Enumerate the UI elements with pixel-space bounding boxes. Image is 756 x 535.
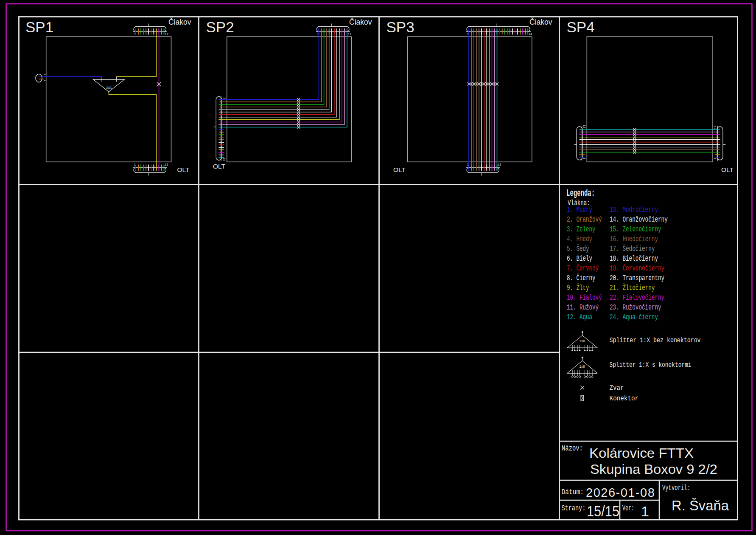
svg-text:10. Fialový: 10. Fialový (567, 293, 602, 302)
svg-text:1: 1 (317, 33, 319, 36)
svg-text:Čiakov: Čiakov (168, 17, 191, 26)
svg-text:24. Aqua-čierny: 24. Aqua-čierny (610, 313, 658, 321)
svg-text:SP1: SP1 (25, 19, 53, 35)
svg-text:SP2: SP2 (206, 19, 234, 35)
svg-text:1: 1 (134, 33, 136, 36)
svg-text:1: 1 (467, 33, 469, 36)
svg-text:OLT: OLT (721, 166, 734, 173)
svg-text:Názov:: Názov: (562, 444, 583, 453)
svg-text:Zvar: Zvar (610, 384, 624, 392)
svg-text:1x8: 1x8 (580, 365, 585, 369)
svg-text:17. Šedočierny: 17. Šedočierny (610, 244, 655, 253)
svg-text:Dátum:: Dátum: (561, 488, 584, 496)
svg-text:OLT: OLT (213, 163, 226, 170)
svg-text:12. Aqua: 12. Aqua (567, 313, 592, 321)
svg-text:1: 1 (223, 97, 226, 99)
svg-text:2: 2 (43, 80, 46, 82)
svg-text:1x8: 1x8 (580, 339, 585, 344)
svg-text:Kolárovice FTTX: Kolárovice FTTX (589, 445, 694, 461)
svg-text:12: 12 (165, 163, 168, 166)
svg-text:1: 1 (713, 158, 716, 160)
svg-text:1: 1 (134, 163, 136, 166)
svg-text:24: 24 (222, 158, 225, 161)
svg-text:Splitter 1:X s konektormi: Splitter 1:X s konektormi (610, 361, 692, 369)
svg-text:OLT: OLT (177, 166, 190, 173)
svg-text:4. Hnedý: 4. Hnedý (567, 235, 592, 243)
svg-text:15. Zelenočierny: 15. Zelenočierny (610, 225, 661, 234)
svg-text:Ver:: Ver: (622, 504, 634, 512)
svg-text:6. Biely: 6. Biely (567, 254, 592, 263)
svg-text:1: 1 (641, 503, 649, 519)
svg-text:11. Ružový: 11. Ružový (567, 303, 599, 312)
svg-text:22. Fialovočierny: 22. Fialovočierny (610, 293, 664, 302)
svg-text:1. Modrý: 1. Modrý (567, 206, 592, 214)
svg-text:Čiakov: Čiakov (349, 17, 372, 26)
svg-text:1: 1 (582, 158, 585, 160)
svg-text:Skupina Boxov 9 2/2: Skupina Boxov 9 2/2 (590, 462, 717, 477)
svg-text:Čiakov: Čiakov (529, 17, 552, 26)
svg-text:8. Čierny: 8. Čierny (567, 273, 596, 282)
svg-text:24: 24 (529, 33, 532, 36)
svg-text:14. Oranžovočierny: 14. Oranžovočierny (610, 215, 668, 224)
svg-text:Strany:: Strany: (561, 504, 585, 512)
svg-text:23. Ružovočierny: 23. Ružovočierny (610, 303, 661, 312)
svg-text:9. Žltý: 9. Žltý (567, 283, 589, 292)
svg-text:19. Červenočierny: 19. Červenočierny (610, 264, 664, 273)
svg-text:5. Šedý: 5. Šedý (567, 244, 589, 253)
svg-text:Vytvoril:: Vytvoril: (662, 484, 690, 492)
svg-text:2026-01-08: 2026-01-08 (586, 486, 655, 499)
svg-text:OLT: OLT (393, 166, 406, 173)
svg-text:12: 12 (582, 125, 585, 128)
svg-text:18. Bieločierny: 18. Bieločierny (610, 254, 658, 263)
svg-text:SP3: SP3 (386, 19, 414, 35)
svg-text:1: 1 (43, 73, 46, 75)
svg-text:16. Hnedočierny: 16. Hnedočierny (610, 235, 658, 243)
svg-text:15/15: 15/15 (587, 503, 619, 519)
svg-text:12: 12 (348, 33, 351, 36)
svg-text:Splitter 1:X bez konektorov: Splitter 1:X bez konektorov (610, 337, 701, 344)
svg-text:Konektor: Konektor (610, 395, 639, 403)
svg-text:7. Červený: 7. Červený (567, 264, 599, 273)
svg-text:13. Modročierny: 13. Modročierny (610, 206, 658, 214)
svg-text:12: 12 (165, 33, 168, 36)
svg-text:SP4: SP4 (567, 19, 595, 35)
svg-text:12: 12 (498, 163, 501, 166)
svg-text:2. Oranžový: 2. Oranžový (567, 215, 602, 224)
svg-text:1x2: 1x2 (106, 85, 112, 90)
svg-text:12: 12 (713, 126, 716, 130)
svg-text:3. Zelený: 3. Zelený (567, 225, 596, 234)
svg-text:Legenda:: Legenda: (566, 188, 595, 198)
svg-text:21. Žltočierny: 21. Žltočierny (610, 283, 655, 292)
svg-text:1: 1 (467, 163, 469, 166)
svg-text:R. Švaňa: R. Švaňa (672, 498, 729, 513)
svg-text:20. Transparentný: 20. Transparentný (610, 274, 664, 282)
